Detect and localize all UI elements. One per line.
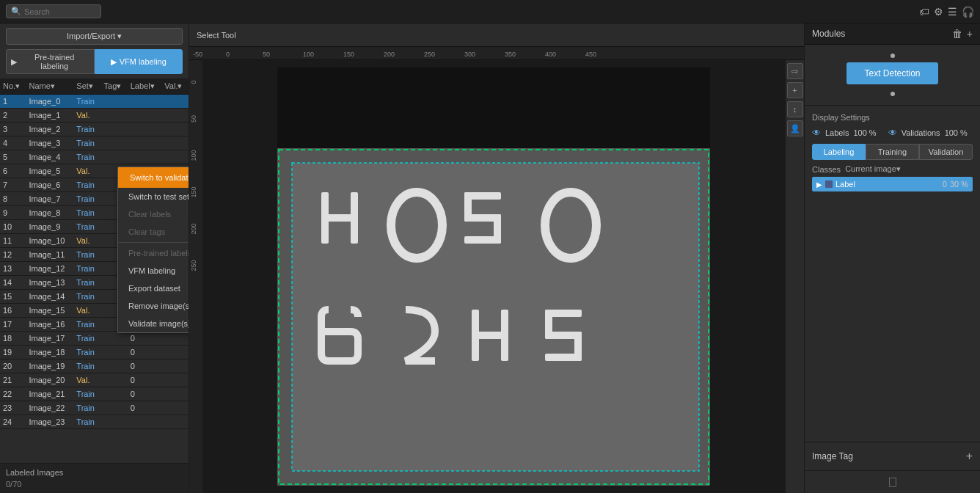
context-menu-item: Clear tags xyxy=(118,223,189,241)
table-row[interactable]: 3 Image_2 Train xyxy=(0,123,189,136)
cell-set: Train xyxy=(73,318,100,332)
context-menu-item[interactable]: Validate image(s) xyxy=(118,315,189,332)
cell-name: Image_22 xyxy=(26,401,73,415)
pretrained-labeling-button[interactable]: ▶ Pre-trained labeling xyxy=(6,49,95,74)
table-row[interactable]: 23 Image_22 Train 0 xyxy=(0,401,189,415)
cell-name: Image_21 xyxy=(26,387,73,401)
cell-name: Image_17 xyxy=(26,332,73,346)
labeling-buttons: ▶ Pre-trained labeling ▶ VFM labeling xyxy=(6,49,183,74)
current-image-dropdown[interactable]: Current image▾ xyxy=(845,164,901,174)
tab-validation[interactable]: Validation xyxy=(919,144,973,160)
import-export-button[interactable]: Import/Export ▾ xyxy=(6,28,183,45)
col-val: Val.▾ xyxy=(161,78,189,95)
validations-display-pct: 100 % xyxy=(945,128,968,137)
cell-name: Image_1 xyxy=(26,109,73,123)
table-row[interactable]: 5 Image_4 Train xyxy=(0,150,189,164)
search-icon: 🔍 xyxy=(11,7,21,16)
pan-tool-btn[interactable]: ↕ xyxy=(787,101,803,117)
cell-set: Train xyxy=(73,178,100,192)
table-row[interactable]: 19 Image_18 Train 0 xyxy=(0,346,189,359)
cell-name: Image_12 xyxy=(26,262,73,276)
cell-val xyxy=(161,373,189,387)
table-row[interactable]: 20 Image_19 Train 0 xyxy=(0,359,189,373)
cell-tag xyxy=(101,123,128,136)
select-tool-label: Select Tool xyxy=(197,31,236,40)
cell-no: 17 xyxy=(0,318,26,332)
canvas-ruler-vertical: 0 50 100 150 200 250 xyxy=(189,60,202,493)
audio-icon[interactable]: 🎧 xyxy=(962,6,974,18)
person-tool-btn[interactable]: 👤 xyxy=(787,120,803,136)
table-row[interactable]: 4 Image_3 Train xyxy=(0,136,189,150)
svg-text:350: 350 xyxy=(505,51,516,58)
class-count-label: 0 xyxy=(943,180,947,189)
cell-tag xyxy=(101,359,128,373)
svg-text:150: 150 xyxy=(190,186,197,197)
left-panel: Import/Export ▾ ▶ Pre-trained labeling ▶… xyxy=(0,23,189,493)
cell-name: Image_3 xyxy=(26,136,73,150)
canvas-image-area[interactable] xyxy=(202,60,785,493)
tab-labeling[interactable]: Labeling xyxy=(812,144,866,160)
ruler-svg-v: 0 50 100 150 200 250 xyxy=(189,60,202,493)
add-module-icon[interactable]: + xyxy=(967,28,973,40)
settings-icon[interactable]: ⚙ xyxy=(934,6,943,18)
context-menu-item[interactable]: VFM labeling xyxy=(118,262,189,280)
cell-set: Train xyxy=(73,136,100,150)
context-menu-item[interactable]: Remove image(s)Del xyxy=(118,297,189,315)
search-input[interactable] xyxy=(24,7,96,16)
table-header-row: No.▾ Name▾ Set▾ Tag▾ Label▾ Val.▾ xyxy=(0,78,189,95)
cell-no: 23 xyxy=(0,401,26,415)
svg-text:-50: -50 xyxy=(193,51,202,58)
tab-training[interactable]: Training xyxy=(866,144,919,160)
context-menu-item[interactable]: Switch to test set xyxy=(118,188,189,205)
cell-set: Train xyxy=(73,262,100,276)
cell-val xyxy=(161,136,189,150)
context-menu-item[interactable]: Export dataset xyxy=(118,280,189,297)
labels-eye-icon[interactable]: 👁 xyxy=(812,128,821,138)
text-detection-button[interactable]: Text Detection xyxy=(846,62,937,84)
list-icon[interactable]: ☰ xyxy=(948,6,957,18)
labeled-images-label: Labeled Images xyxy=(6,468,183,477)
select-tool-btn[interactable]: ⇨ xyxy=(787,63,803,79)
table-row[interactable]: 24 Image_23 Train xyxy=(0,415,189,429)
tag-icon[interactable]: 🏷 xyxy=(919,6,929,18)
table-row[interactable]: 1 Image_0 Train xyxy=(0,95,189,109)
cell-name: Image_14 xyxy=(26,290,73,304)
cell-name: Image_4 xyxy=(26,150,73,164)
class-row: ▶ Label 0 30 % xyxy=(812,177,973,191)
keyboard-icon[interactable]: ⎕ xyxy=(889,475,896,489)
table-row[interactable]: 18 Image_17 Train 0 xyxy=(0,332,189,346)
cell-label: 0 xyxy=(128,373,162,387)
svg-text:400: 400 xyxy=(545,51,556,58)
cell-tag xyxy=(101,346,128,359)
table-row[interactable]: 21 Image_20 Val. 0 xyxy=(0,373,189,387)
table-row[interactable]: 2 Image_1 Val. xyxy=(0,109,189,123)
cell-set: Val. xyxy=(73,164,100,178)
svg-text:150: 150 xyxy=(343,51,354,58)
bottom-icon-row: ⎕ xyxy=(805,470,980,493)
labels-display-row: 👁 Labels 100 % 👁 Validations 100 % xyxy=(812,128,973,138)
svg-text:450: 450 xyxy=(585,51,596,58)
validations-display-label: Validations xyxy=(902,128,940,137)
cell-name: Image_5 xyxy=(26,164,73,178)
class-expand-arrow[interactable]: ▶ xyxy=(816,180,822,189)
module-slider-bottom xyxy=(891,92,895,96)
delete-icon[interactable]: 🗑 xyxy=(952,28,962,40)
cell-no: 6 xyxy=(0,164,26,178)
table-row[interactable]: 22 Image_21 Train 0 xyxy=(0,387,189,401)
search-box[interactable]: 🔍 xyxy=(6,4,101,18)
cell-name: Image_19 xyxy=(26,359,73,373)
svg-rect-43 xyxy=(545,354,582,361)
vfm-labeling-button[interactable]: ▶ VFM labeling xyxy=(95,49,183,74)
context-menu-item[interactable]: Switch to validation set xyxy=(118,167,189,188)
validations-eye-icon[interactable]: 👁 xyxy=(888,128,897,138)
context-menu-separator xyxy=(118,242,189,243)
cell-label xyxy=(128,415,162,429)
cell-name: Image_8 xyxy=(26,206,73,220)
cell-name: Image_11 xyxy=(26,248,73,262)
cell-val xyxy=(161,359,189,373)
zoom-tool-btn[interactable]: + xyxy=(787,82,803,98)
image-tag-add-button[interactable]: + xyxy=(966,450,973,463)
table-container: No.▾ Name▾ Set▾ Tag▾ Label▾ Val.▾ 1 Imag… xyxy=(0,78,189,463)
cell-name: Image_15 xyxy=(26,304,73,318)
top-icons: 🏷 ⚙ ☰ 🎧 xyxy=(919,6,974,18)
